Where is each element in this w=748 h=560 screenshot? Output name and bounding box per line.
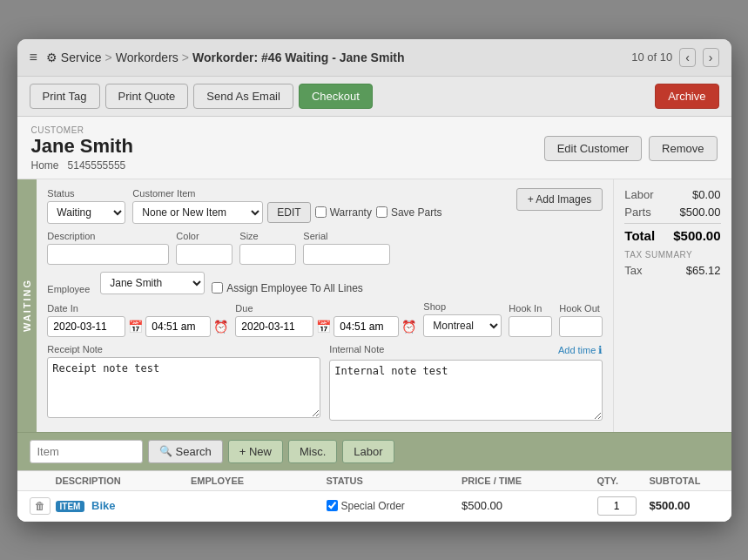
send-as-email-button[interactable]: Send As Email (193, 84, 293, 109)
special-order-label[interactable]: Special Order (327, 500, 462, 512)
table-header: DESCRIPTION EMPLOYEE STATUS PRICE / TIME… (17, 471, 731, 491)
warranty-checkbox[interactable] (315, 206, 327, 218)
due-label: Due (235, 303, 416, 314)
date-in-input[interactable] (47, 316, 125, 337)
parts-value: $500.00 (680, 206, 721, 219)
toolbar: Print Tag Print Quote Send As Email Chec… (17, 77, 731, 117)
customer-info: Customer Jane Smith Home 5145555555 (31, 125, 133, 172)
search-button[interactable]: 🔍 Search (148, 440, 223, 463)
status-select[interactable]: Waiting (47, 201, 125, 224)
col-header-action (30, 476, 56, 486)
save-parts-checkbox-label[interactable]: Save Parts (376, 206, 442, 219)
phone-value: 5145555555 (68, 159, 126, 172)
notes-row: Receipt Note Receipt note test Internal … (47, 344, 603, 423)
total-row: Total $500.00 (624, 223, 720, 243)
assign-all-checkbox[interactable] (212, 282, 223, 293)
save-parts-checkbox[interactable] (376, 206, 387, 218)
labor-button[interactable]: Labor (342, 440, 394, 463)
print-quote-button[interactable]: Print Quote (105, 84, 189, 109)
internal-note-textarea[interactable]: Internal note test (329, 360, 603, 421)
internal-note-header: Internal Note Add time ℹ (329, 344, 603, 357)
print-tag-button[interactable]: Print Tag (30, 84, 100, 109)
form-row-4: Date In 📅 ⏰ Due 📅 ⏰ (47, 301, 603, 337)
warranty-checkbox-label[interactable]: Warranty (315, 206, 372, 219)
col-header-price: PRICE / TIME (462, 476, 597, 486)
hamburger-menu[interactable]: ≡ (30, 50, 37, 65)
due-time-input[interactable] (334, 316, 399, 337)
col-header-qty: QTY. (597, 476, 650, 486)
misc-button[interactable]: Misc. (288, 440, 337, 463)
table-row: 🗑 ITEM Bike Special Order $500.00 $500.0… (17, 491, 731, 522)
remove-customer-button[interactable]: Remove (649, 136, 717, 161)
hook-in-input[interactable] (509, 316, 552, 337)
description-input[interactable] (47, 244, 169, 265)
archive-button[interactable]: Archive (655, 84, 718, 109)
item-search-bar: 🔍 Search + New Misc. Labor (17, 432, 731, 470)
due-date-input[interactable] (235, 316, 313, 337)
item-status: Special Order (327, 500, 462, 512)
breadcrumb-sep2: > (182, 51, 189, 64)
hook-out-group: Hook Out (559, 303, 603, 337)
color-input[interactable] (176, 244, 232, 265)
hook-out-input[interactable] (559, 316, 603, 337)
employee-select[interactable]: Jane Smith (100, 272, 205, 294)
col-header-status: STATUS (327, 476, 462, 486)
row-delete-btn[interactable]: 🗑 (30, 497, 56, 515)
customer-section: Customer Jane Smith Home 5145555555 Edit… (17, 117, 731, 179)
hook-in-label: Hook In (509, 303, 552, 314)
breadcrumb: ⚙ Service > Workorders > Workorder: #46 … (46, 51, 405, 64)
customer-item-select[interactable]: None or New Item (132, 201, 263, 224)
customer-actions: Edit Customer Remove (544, 136, 718, 161)
add-images-button[interactable]: + Add Images (516, 188, 603, 211)
date-in-clock-icon[interactable]: ⏰ (213, 320, 228, 334)
waiting-label: WAITING (22, 279, 32, 332)
due-cal-icon[interactable]: 📅 (316, 320, 331, 334)
shop-select[interactable]: Montreal (423, 314, 502, 337)
edit-customer-button[interactable]: Edit Customer (544, 136, 642, 161)
date-in-time-input[interactable] (145, 316, 211, 337)
special-order-text: Special Order (341, 500, 405, 512)
size-group: Size (239, 231, 296, 265)
size-input[interactable] (239, 244, 296, 265)
date-in-cal-icon[interactable]: 📅 (128, 320, 143, 334)
new-item-button[interactable]: + New (228, 440, 283, 463)
description-label: Description (47, 231, 169, 241)
shop-group: Shop Montreal (423, 301, 502, 337)
item-search-input[interactable] (30, 440, 143, 463)
waiting-sidebar: WAITING (17, 179, 37, 432)
plus-icon: + (239, 445, 246, 458)
form-row-2: Description Color Size Serial (47, 231, 603, 265)
checkout-button[interactable]: Checkout (299, 84, 373, 109)
internal-note-section: Internal Note Add time ℹ Internal note t… (329, 344, 603, 423)
receipt-note-textarea[interactable]: Receipt note test (47, 357, 320, 418)
breadcrumb-workorders[interactable]: Workorders (116, 51, 179, 64)
total-value: $500.00 (673, 228, 720, 243)
main-content: WAITING Status Waiting Customer Item Non… (17, 179, 731, 432)
customer-item-edit-button[interactable]: EDIT (267, 202, 310, 223)
labor-value: $0.00 (692, 188, 721, 201)
tax-value: $65.12 (686, 264, 721, 277)
size-label: Size (239, 231, 296, 241)
nav-prev-button[interactable]: ‹ (679, 48, 696, 67)
add-time-icon: ℹ (598, 344, 603, 356)
serial-input[interactable] (303, 244, 390, 265)
nav-next-button[interactable]: › (703, 48, 719, 67)
items-table: DESCRIPTION EMPLOYEE STATUS PRICE / TIME… (17, 470, 731, 522)
item-name-link[interactable]: Bike (91, 499, 115, 512)
hook-in-group: Hook In (509, 303, 552, 337)
special-order-checkbox[interactable] (327, 500, 338, 511)
assign-all-text: Assign Employee To All Lines (226, 282, 363, 294)
breadcrumb-service[interactable]: Service (61, 51, 102, 64)
save-parts-label: Save Parts (391, 206, 442, 219)
assign-all-label[interactable]: Assign Employee To All Lines (212, 282, 363, 294)
delete-item-button[interactable]: 🗑 (30, 497, 51, 515)
add-time-link[interactable]: Add time ℹ (558, 344, 603, 356)
item-qty-input[interactable] (597, 496, 637, 516)
customer-name: Jane Smith (31, 135, 133, 158)
due-clock-icon[interactable]: ⏰ (401, 320, 416, 334)
add-time-text: Add time (558, 345, 596, 355)
item-price: $500.00 (462, 499, 597, 512)
right-panel: Labor $0.00 Parts $500.00 Total $500.00 … (613, 179, 731, 432)
new-label: New (249, 445, 272, 458)
col-header-subtotal: SUBTOTAL (650, 476, 719, 486)
